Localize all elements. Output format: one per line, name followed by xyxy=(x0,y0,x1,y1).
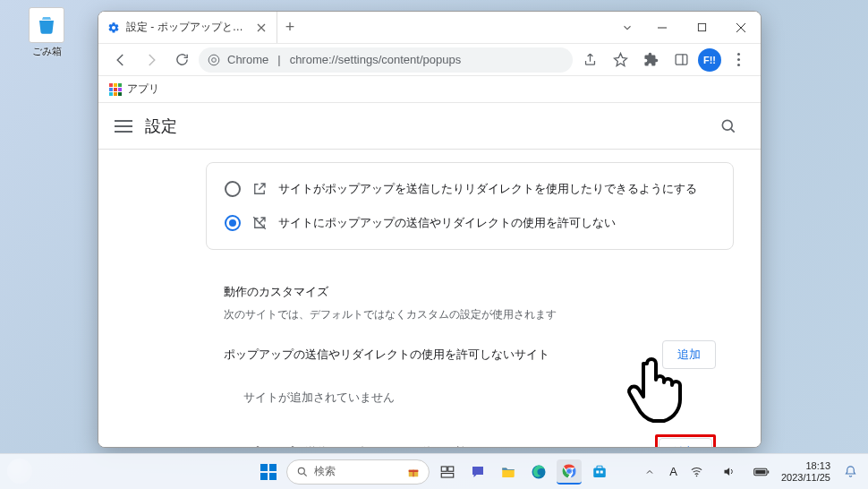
svg-rect-15 xyxy=(441,473,454,477)
popup-allow-icon xyxy=(251,181,268,197)
clock[interactable]: 18:13 2023/11/25 xyxy=(781,460,830,483)
volume-icon[interactable] xyxy=(717,459,742,485)
apps-grid-icon xyxy=(109,83,122,96)
toolbar: Chrome | chrome://settings/content/popup… xyxy=(98,44,761,76)
svg-rect-7 xyxy=(260,473,268,480)
page-title: 設定 xyxy=(145,116,177,137)
svg-point-20 xyxy=(567,468,572,473)
recycle-bin-label: ごみ箱 xyxy=(25,45,68,58)
taskbar-search[interactable]: 検索 xyxy=(286,459,430,485)
svg-rect-22 xyxy=(597,466,602,469)
profile-avatar[interactable]: F!! xyxy=(698,48,721,72)
blocked-sites-title: ポップアップの送信やリダイレクトの使用を許可しないサイト xyxy=(224,347,549,363)
settings-menu-button[interactable] xyxy=(115,120,132,133)
allowed-sites-title: ポップアップの送信やリダイレクトの使用を許可するサイト xyxy=(224,444,538,447)
close-window-button[interactable] xyxy=(721,12,761,43)
minimize-button[interactable] xyxy=(642,12,682,43)
chrome-button[interactable] xyxy=(557,459,582,485)
system-tray: A 18:13 2023/11/25 xyxy=(637,459,863,485)
add-blocked-site-button[interactable]: 追加 xyxy=(662,340,716,369)
svg-rect-27 xyxy=(755,469,765,474)
url-origin: Chrome xyxy=(227,53,268,66)
highlight-box: 追加 xyxy=(655,434,716,447)
option-allow-popups[interactable]: サイトがポップアップを送信したりリダイレクトを使用したりできるようにする xyxy=(207,172,733,206)
tray-overflow-button[interactable] xyxy=(637,459,662,485)
svg-rect-3 xyxy=(676,55,687,64)
maximize-button[interactable] xyxy=(682,12,721,43)
wifi-icon[interactable] xyxy=(685,459,710,485)
chrome-icon xyxy=(208,54,220,66)
address-bar[interactable]: Chrome | chrome://settings/content/popup… xyxy=(199,47,573,73)
new-tab-button[interactable]: + xyxy=(277,12,302,43)
svg-rect-13 xyxy=(441,467,447,471)
side-panel-button[interactable] xyxy=(668,47,694,73)
radio-unselected-icon xyxy=(225,181,241,197)
ime-indicator[interactable]: A xyxy=(669,465,677,478)
settings-scroll[interactable]: サイトがポップアップを送信したりリダイレクトを使用したりできるようにする サイト… xyxy=(197,150,743,447)
svg-rect-24 xyxy=(600,470,603,473)
share-button[interactable] xyxy=(576,47,603,73)
tab-strip: 設定 - ポップアップとリダイレクト + xyxy=(98,12,761,44)
chat-button[interactable] xyxy=(465,459,490,485)
blocked-sites-empty: サイトが追加されていません xyxy=(206,383,734,420)
svg-rect-5 xyxy=(260,464,268,471)
svg-point-1 xyxy=(208,55,219,65)
search-icon xyxy=(296,466,309,478)
bookmarks-bar: アプリ xyxy=(98,76,761,103)
svg-point-4 xyxy=(722,120,732,130)
recycle-bin-icon xyxy=(29,7,64,43)
customize-desc: 次のサイトでは、デフォルトではなくカスタムの設定が使用されます xyxy=(224,307,716,322)
reload-button[interactable] xyxy=(168,47,195,73)
settings-gear-icon xyxy=(107,21,120,34)
svg-rect-6 xyxy=(269,464,277,471)
tab-close-button[interactable] xyxy=(255,21,268,34)
radio-selected-icon xyxy=(225,215,241,231)
option-block-label: サイトにポップアップの送信やリダイレクトの使用を許可しない xyxy=(278,215,616,231)
store-button[interactable] xyxy=(587,459,612,485)
taskbar-search-placeholder: 検索 xyxy=(314,464,336,479)
svg-rect-28 xyxy=(768,470,770,473)
chrome-window: 設定 - ポップアップとリダイレクト + xyxy=(98,11,762,448)
svg-point-25 xyxy=(696,476,698,477)
task-view-button[interactable] xyxy=(435,459,460,485)
svg-point-9 xyxy=(298,468,304,474)
explorer-button[interactable] xyxy=(496,459,521,485)
default-behavior-card: サイトがポップアップを送信したりリダイレクトを使用したりできるようにする サイト… xyxy=(206,162,734,250)
extensions-button[interactable] xyxy=(637,47,664,73)
add-allowed-site-button[interactable]: 追加 xyxy=(659,438,712,447)
back-button[interactable] xyxy=(107,47,134,73)
blocked-sites-row: ポップアップの送信やリダイレクトの使用を許可しないサイト 追加 xyxy=(206,326,734,383)
svg-rect-23 xyxy=(596,470,599,473)
tab-title: 設定 - ポップアップとリダイレクト xyxy=(126,20,249,35)
svg-rect-0 xyxy=(698,23,705,30)
chrome-menu-button[interactable] xyxy=(725,53,752,66)
option-block-popups[interactable]: サイトにポップアップの送信やリダイレクトの使用を許可しない xyxy=(207,206,733,240)
allowed-sites-row: ポップアップの送信やリダイレクトの使用を許可するサイト 追加 xyxy=(206,420,734,447)
gift-icon xyxy=(407,466,420,478)
settings-content: サイトがポップアップを送信したりリダイレクトを使用したりできるようにする サイト… xyxy=(98,150,761,447)
customize-section: 動作のカスタマイズ 次のサイトでは、デフォルトではなくカスタムの設定が使用されま… xyxy=(206,268,734,326)
settings-header: 設定 xyxy=(98,103,761,150)
url-path: chrome://settings/content/popups xyxy=(290,53,462,66)
customize-heading: 動作のカスタマイズ xyxy=(224,284,716,300)
apps-shortcut[interactable]: アプリ xyxy=(109,82,159,97)
svg-rect-14 xyxy=(448,467,454,471)
popup-block-icon xyxy=(251,215,268,231)
taskbar-center: 検索 xyxy=(256,459,612,485)
clock-time: 18:13 xyxy=(781,460,830,472)
svg-rect-8 xyxy=(269,473,277,480)
browser-tab[interactable]: 設定 - ポップアップとリダイレクト xyxy=(98,12,277,43)
option-allow-label: サイトがポップアップを送信したりリダイレクトを使用したりできるようにする xyxy=(278,181,697,197)
forward-button[interactable] xyxy=(138,47,165,73)
bookmark-star-button[interactable] xyxy=(607,47,634,73)
clock-date: 2023/11/25 xyxy=(781,472,830,484)
start-button[interactable] xyxy=(256,459,281,485)
battery-icon[interactable] xyxy=(749,459,774,485)
recycle-bin[interactable]: ごみ箱 xyxy=(25,7,68,58)
tabs-overflow-button[interactable] xyxy=(612,12,642,43)
notifications-button[interactable] xyxy=(838,459,863,485)
edge-button[interactable] xyxy=(526,459,551,485)
apps-label: アプリ xyxy=(127,82,159,97)
settings-search-button[interactable] xyxy=(712,110,745,142)
taskbar: 検索 A 18:13 2023/11/25 xyxy=(0,453,868,489)
